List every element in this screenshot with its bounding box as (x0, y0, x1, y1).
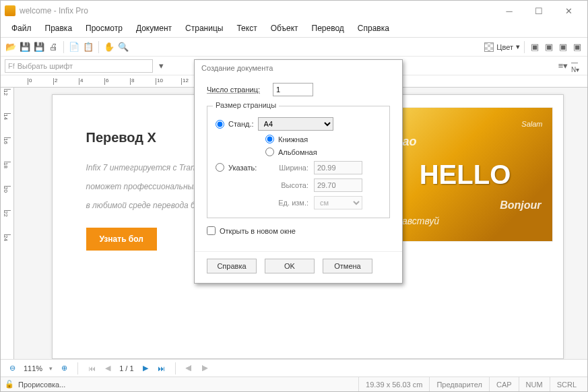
ruler-vertical: 12141618202224 (1, 88, 14, 359)
learn-more-button[interactable]: Узнать бол (86, 228, 157, 251)
line-style-icon[interactable]: ≡▾ (557, 60, 569, 72)
menu-help[interactable]: Справка (351, 22, 396, 34)
portrait-radio[interactable] (265, 135, 274, 143)
lock-icon: 🔓 (5, 380, 14, 389)
standard-label[interactable]: Станд.: (228, 120, 254, 128)
close-button[interactable]: ✕ (554, 1, 583, 21)
menu-object[interactable]: Объект (264, 22, 305, 34)
page-size-group: Размер страницы Станд.: A4 Книжная Альбо… (207, 106, 390, 218)
zoom-icon[interactable]: 🔍 (117, 41, 129, 53)
last-page-icon[interactable]: ⏭ (157, 364, 166, 373)
pages-input[interactable] (273, 83, 313, 96)
next-page-icon[interactable]: ▶ (141, 364, 150, 373)
portrait-label[interactable]: Книжная (278, 135, 308, 143)
prev-page-icon[interactable]: ◀ (103, 364, 112, 373)
dialog-title: Создание документа (195, 60, 402, 76)
minimize-button[interactable]: ─ (494, 1, 524, 21)
zoom-dropdown-icon[interactable]: ▾ (49, 365, 53, 372)
first-page-icon[interactable]: ⏮ (87, 364, 96, 373)
status-render: Прорисовка... (18, 381, 65, 389)
width-label: Ширина: (265, 164, 308, 172)
status-preview[interactable]: Предварител (429, 377, 489, 391)
pagebar: ⊖ 111% ▾ ⊕ ⏮ ◀ 1 / 1 ▶ ⏭ ⯇ ⯈ (1, 359, 587, 377)
nav-fwd-icon[interactable]: ⯈ (201, 364, 210, 373)
cancel-button[interactable]: Отмена (323, 259, 372, 273)
print-icon[interactable]: 🖨 (47, 41, 59, 53)
saveall-icon[interactable]: 💾 (33, 41, 45, 53)
menu-pages[interactable]: Страницы (178, 22, 230, 34)
pages-label: Число страниц: (207, 86, 267, 94)
status-num: NUM (519, 377, 550, 391)
font-dropdown-icon[interactable]: ▾ (155, 60, 167, 72)
height-label: Высота: (265, 181, 308, 189)
color-dropdown-icon[interactable]: ▾ (516, 42, 520, 51)
paste-icon[interactable]: 📋 (82, 41, 94, 53)
page-indicator[interactable]: 1 / 1 (119, 364, 133, 372)
status-scrl: SCRL (550, 377, 583, 391)
toolbar-main: 📂 💾 💾 🖨 📄 📋 ✋ 🔍 Цвет ▾ ▣ ▣ ▣ ▣ (1, 38, 587, 57)
menu-translate[interactable]: Перевод (305, 22, 351, 34)
line-n-icon[interactable]: —N▾ (571, 60, 583, 72)
height-input (314, 178, 362, 192)
font-icon: Ff (8, 62, 15, 70)
tool-b-icon[interactable]: ▣ (543, 41, 555, 53)
open-new-label[interactable]: Открыть в новом окне (220, 227, 296, 235)
open-icon[interactable]: 📂 (5, 41, 17, 53)
paper-size-select[interactable]: A4 (258, 117, 333, 131)
help-button[interactable]: Справка (207, 259, 257, 273)
status-cap: CAP (489, 377, 519, 391)
custom-label[interactable]: Указать: (228, 164, 266, 172)
color-swatch-icon[interactable] (484, 42, 494, 52)
menu-document[interactable]: Документ (129, 22, 178, 34)
units-label: Ед. изм.: (265, 199, 308, 207)
ok-button[interactable]: OK (265, 259, 315, 273)
status-coords: 19.39 x 56.03 cm (358, 377, 429, 391)
hero-image: Hallo Ciao Salam HELLO Bonjour дравствуй (378, 107, 553, 242)
statusbar: 🔓 Прорисовка... 19.39 x 56.03 cm Предвар… (1, 377, 587, 391)
copy-icon[interactable]: 📄 (68, 41, 80, 53)
save-icon[interactable]: 💾 (19, 41, 31, 53)
menu-edit[interactable]: Правка (38, 22, 79, 34)
zoom-value[interactable]: 111% (24, 364, 42, 372)
size-legend: Размер страницы (213, 101, 279, 109)
menubar: Файл Правка Просмотр Документ Страницы Т… (1, 21, 587, 38)
menu-view[interactable]: Просмотр (79, 22, 129, 34)
menu-file[interactable]: Файл (5, 22, 38, 34)
tool-a-icon[interactable]: ▣ (529, 41, 541, 53)
app-icon (5, 5, 15, 16)
menu-text[interactable]: Текст (230, 22, 263, 34)
color-label[interactable]: Цвет (496, 43, 513, 51)
hand-icon[interactable]: ✋ (103, 41, 115, 53)
zoom-out-icon[interactable]: ⊖ (7, 364, 17, 373)
units-select: см (314, 196, 362, 209)
landscape-label[interactable]: Альбомная (278, 148, 317, 156)
open-new-checkbox[interactable] (207, 226, 216, 235)
window-title: welcome - Infix Pro (20, 6, 494, 15)
width-input (314, 161, 362, 174)
maximize-button[interactable]: ☐ (524, 1, 554, 21)
landscape-radio[interactable] (265, 148, 274, 156)
zoom-in-icon[interactable]: ⊕ (59, 364, 69, 373)
standard-radio[interactable] (216, 120, 224, 129)
font-selector[interactable]: Ff Выбрать шрифт (5, 59, 153, 73)
new-document-dialog: Создание документа Число страниц: Размер… (194, 59, 403, 284)
titlebar: welcome - Infix Pro ─ ☐ ✕ (1, 1, 587, 21)
hello-text: HELLO (420, 160, 511, 190)
tool-c-icon[interactable]: ▣ (557, 41, 569, 53)
tool-d-icon[interactable]: ▣ (571, 41, 583, 53)
nav-back-icon[interactable]: ⯇ (185, 364, 194, 373)
custom-radio[interactable] (216, 163, 224, 172)
